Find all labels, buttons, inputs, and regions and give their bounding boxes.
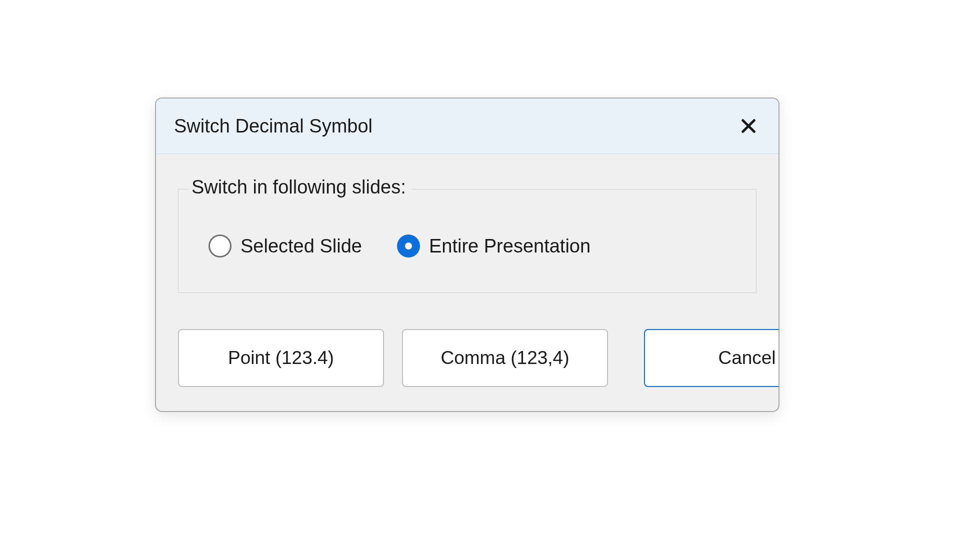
cancel-button[interactable]: Cancel — [644, 329, 780, 387]
radio-icon — [397, 234, 420, 258]
point-button[interactable]: Point (123.4) — [178, 329, 384, 387]
comma-button[interactable]: Comma (123,4) — [402, 329, 608, 387]
radio-selected-slide[interactable]: Selected Slide — [208, 234, 362, 258]
button-row: Point (123.4) Comma (123,4) Cancel — [178, 329, 756, 387]
radio-row: Selected Slide Entire Presentation — [208, 234, 736, 258]
close-button[interactable] — [734, 111, 764, 141]
radio-label: Entire Presentation — [429, 236, 590, 257]
radio-label: Selected Slide — [240, 236, 362, 257]
scope-groupbox: Switch in following slides: Selected Sli… — [178, 189, 756, 293]
switch-decimal-symbol-dialog: Switch Decimal Symbol Switch in followin… — [155, 98, 780, 412]
close-icon — [740, 118, 757, 134]
dialog-titlebar: Switch Decimal Symbol — [156, 98, 778, 154]
radio-icon — [208, 234, 232, 258]
dialog-body: Switch in following slides: Selected Sli… — [156, 154, 778, 411]
radio-entire-presentation[interactable]: Entire Presentation — [397, 234, 590, 258]
dialog-title: Switch Decimal Symbol — [174, 116, 372, 137]
groupbox-legend: Switch in following slides: — [188, 176, 412, 198]
